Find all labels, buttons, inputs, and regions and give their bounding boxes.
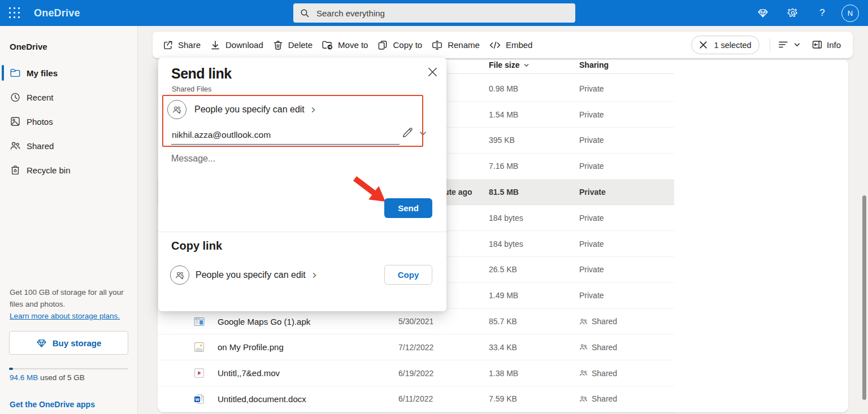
- file-row[interactable]: on My Profile.png7/12/202233.4 KBShared: [158, 334, 674, 360]
- apk-file-icon: [193, 316, 205, 328]
- file-name-cell: on My Profile.png: [158, 341, 398, 353]
- file-modified-cell: 6/19/2022: [398, 369, 489, 378]
- photo-icon: [10, 116, 21, 127]
- sharing-status: Shared: [592, 317, 617, 326]
- chevron-right-icon: [311, 272, 318, 279]
- sidebar-item-recent[interactable]: Recent: [0, 86, 138, 108]
- dialog-close-button[interactable]: [425, 64, 440, 79]
- copy-to-icon: [377, 40, 388, 51]
- sidebar-item-label: My files: [27, 68, 58, 78]
- word-file-icon: W: [193, 393, 205, 405]
- app-launcher-waffle-icon[interactable]: [9, 7, 20, 19]
- copy-button[interactable]: Copy: [384, 265, 432, 285]
- column-header-sharing[interactable]: Sharing: [579, 60, 609, 69]
- sharing-status: Private: [579, 239, 604, 249]
- recipient-email-input[interactable]: nikhil.azza@outllook.com: [172, 130, 271, 140]
- message-input[interactable]: Message...: [171, 154, 215, 164]
- send-button[interactable]: Send: [384, 198, 432, 218]
- sidebar-heading: OneDrive: [10, 42, 47, 51]
- search-icon: [300, 8, 310, 18]
- file-sharing-cell: Private: [579, 136, 674, 145]
- sidebar-item-recycle-bin[interactable]: Recycle bin: [0, 159, 138, 181]
- file-row[interactable]: Untitl,,7&ed.mov6/19/20221.38 MBShared: [158, 360, 674, 386]
- settings-gear-icon[interactable]: [785, 5, 801, 21]
- info-pane-icon: [811, 39, 823, 50]
- person-add-icon: [173, 269, 186, 281]
- clock-icon: [10, 91, 21, 103]
- file-row[interactable]: Google Maps Go (1).apk5/30/202185.7 KBSh…: [158, 309, 674, 335]
- edit-pencil-icon[interactable]: [401, 127, 415, 140]
- sharing-status: Private: [579, 265, 604, 274]
- move-to-button[interactable]: Move to: [322, 40, 368, 51]
- search-input[interactable]: Search everything: [293, 3, 575, 23]
- file-name-cell: Untitl,,7&ed.mov: [158, 367, 398, 379]
- download-icon: [210, 40, 221, 51]
- sharing-status: Private: [579, 110, 604, 119]
- embed-button[interactable]: Embed: [489, 40, 533, 51]
- file-modified-cell: 6/11/2022: [398, 394, 489, 403]
- file-modified-cell: 5/30/2021: [398, 317, 489, 326]
- permission-selector[interactable]: People you specify can edit: [194, 104, 317, 115]
- file-size-cell: 395 KB: [489, 136, 579, 145]
- sidebar-nav: My files Recent Photos Shared Recycle bi…: [0, 62, 138, 183]
- email-input-underline: [171, 144, 400, 145]
- column-header-file-size[interactable]: File size: [489, 60, 530, 69]
- premium-diamond-icon[interactable]: [755, 5, 771, 21]
- sidebar-item-photos[interactable]: Photos: [0, 110, 138, 133]
- file-row[interactable]: WUntitled,document.docx6/11/20227.59 KBS…: [158, 386, 674, 412]
- shared-people-icon: [579, 369, 588, 377]
- buy-storage-button[interactable]: Buy storage: [9, 331, 128, 355]
- info-pane-button[interactable]: Info: [811, 39, 841, 50]
- clear-selection-pill[interactable]: 1 selected: [691, 36, 760, 54]
- move-to-icon: [322, 40, 333, 51]
- people-icon: [10, 140, 21, 151]
- file-size-cell: 85.7 KB: [489, 317, 579, 326]
- download-button[interactable]: Download: [210, 40, 263, 51]
- folder-icon: [10, 67, 21, 79]
- shared-people-icon: [579, 395, 588, 403]
- download-label: Download: [225, 40, 263, 50]
- chevron-right-icon: [310, 106, 317, 114]
- rename-label: Rename: [448, 40, 480, 50]
- sort-menu-button[interactable]: [778, 39, 801, 50]
- sharing-status: Private: [579, 162, 604, 171]
- share-label: Share: [178, 40, 201, 50]
- account-avatar[interactable]: N: [841, 5, 859, 22]
- help-icon[interactable]: ?: [814, 5, 830, 21]
- sidebar-item-shared[interactable]: Shared: [0, 134, 138, 157]
- vertical-scrollbar-thumb[interactable]: [862, 195, 866, 400]
- image-file-icon: [193, 341, 205, 353]
- file-size-cell: 0.98 MB: [489, 84, 579, 93]
- svg-text:W: W: [195, 397, 199, 402]
- file-name: on My Profile.png: [218, 342, 284, 352]
- file-size-cell: 1.49 MB: [489, 291, 579, 300]
- file-name-cell: Google Maps Go (1).apk: [158, 316, 398, 328]
- diamond-icon: [36, 338, 47, 348]
- file-name: Google Maps Go (1).apk: [218, 317, 310, 326]
- recipient-options-chevron[interactable]: [419, 129, 427, 140]
- info-label: Info: [827, 40, 841, 50]
- send-link-dialog: Send link Shared Files People you specif…: [158, 58, 446, 311]
- file-name: Untitl,,7&ed.mov: [218, 368, 280, 378]
- copy-to-button[interactable]: Copy to: [377, 40, 422, 51]
- copy-to-label: Copy to: [393, 40, 422, 50]
- rename-button[interactable]: Rename: [431, 40, 480, 51]
- share-button[interactable]: Share: [162, 40, 201, 51]
- sidebar-item-label: Recycle bin: [27, 165, 71, 175]
- dialog-subtitle: Shared Files: [172, 85, 211, 93]
- file-size-cell: 26.5 KB: [489, 265, 579, 274]
- toolbar-separator: [770, 39, 770, 51]
- storage-learn-more-link[interactable]: Learn more about storage plans.: [10, 312, 120, 320]
- delete-button[interactable]: Delete: [272, 40, 313, 51]
- embed-icon: [489, 40, 501, 51]
- copy-permission-selector[interactable]: People you specify can edit: [196, 270, 318, 280]
- storage-progress-track: [9, 368, 128, 369]
- dismiss-icon: [699, 41, 708, 49]
- chevron-down-icon: [793, 41, 801, 49]
- file-size-cell: 81.5 MB: [489, 188, 579, 197]
- app-title: OneDrive: [34, 7, 80, 19]
- get-onedrive-apps-link[interactable]: Get the OneDrive apps: [10, 400, 95, 409]
- sharing-status: Shared: [592, 343, 617, 352]
- file-size-cell: 33.4 KB: [489, 343, 579, 352]
- sidebar-item-my-files[interactable]: My files: [0, 62, 138, 84]
